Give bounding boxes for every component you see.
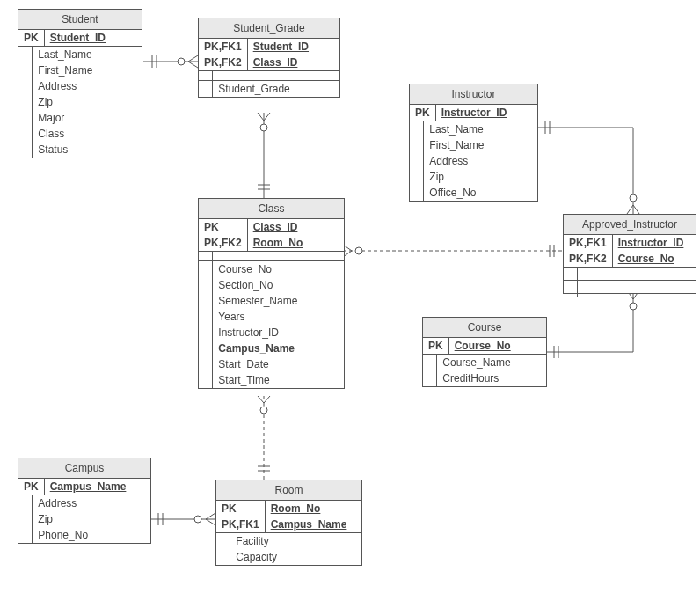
- svg-line-8: [258, 113, 264, 121]
- entity-title: Student: [18, 10, 142, 30]
- svg-line-9: [264, 113, 270, 121]
- svg-line-23: [206, 519, 215, 525]
- svg-line-14: [258, 396, 264, 403]
- svg-point-32: [630, 194, 637, 202]
- entity-campus: Campus PK Campus_Name Address Zip Phone_…: [18, 458, 151, 544]
- erd-canvas: Student PK Student_ID Last_Name First_Na…: [0, 0, 700, 601]
- svg-point-25: [355, 247, 362, 254]
- svg-line-33: [627, 205, 633, 214]
- svg-point-7: [260, 124, 267, 131]
- svg-line-4: [188, 55, 198, 62]
- entity-title: Approved_Instructor: [564, 215, 696, 235]
- svg-point-37: [630, 303, 637, 310]
- entity-student-grade: Student_Grade PK,FK1 Student_ID PK,FK2 C…: [198, 18, 340, 98]
- svg-line-34: [633, 205, 639, 214]
- entity-class: Class PK Class_ID PK,FK2 Room_No Course_…: [198, 198, 345, 389]
- entity-student: Student PK Student_ID Last_Name First_Na…: [18, 9, 142, 158]
- svg-line-5: [188, 62, 198, 68]
- entity-title: Class: [199, 199, 344, 219]
- svg-point-21: [194, 516, 201, 523]
- entity-instructor: Instructor PK Instructor_ID Last_Name Fi…: [409, 84, 538, 202]
- entity-title: Room: [216, 480, 361, 501]
- svg-line-22: [206, 513, 215, 519]
- entity-title: Course: [423, 318, 546, 338]
- entity-course: Course PK Course_No Course_Name CreditHo…: [422, 317, 547, 387]
- entity-room: Room PK Room_No PK,FK1 Campus_Name Facil…: [215, 480, 362, 566]
- svg-point-3: [178, 58, 185, 65]
- entity-title: Campus: [18, 458, 150, 479]
- entity-title: Instructor: [410, 84, 537, 105]
- entity-title: Student_Grade: [199, 18, 339, 39]
- svg-point-13: [260, 407, 267, 414]
- entity-approved-instructor: Approved_Instructor PK,FK1 Instructor_ID…: [563, 214, 696, 294]
- svg-line-15: [264, 396, 270, 403]
